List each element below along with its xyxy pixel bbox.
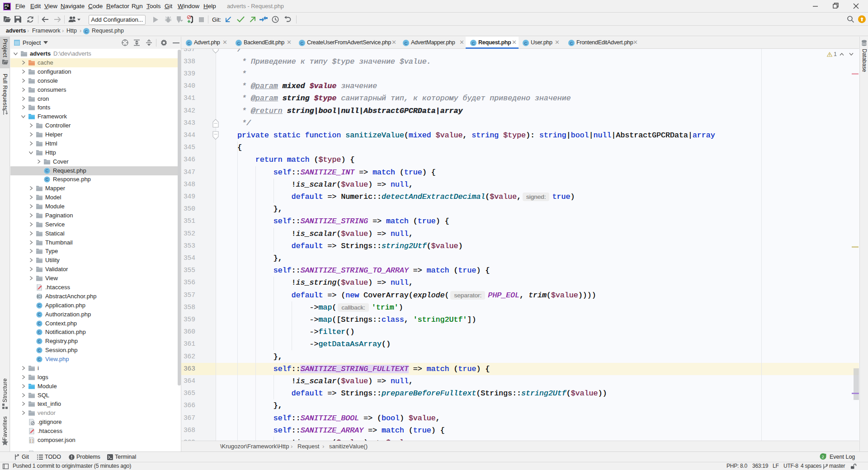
svg-text:C: C (38, 294, 41, 299)
svg-text:C: C (472, 41, 475, 46)
svg-text:C: C (85, 29, 88, 34)
svg-text:C: C (524, 41, 527, 46)
svg-text:C: C (38, 303, 41, 308)
svg-text:C: C (38, 321, 41, 326)
svg-text:C: C (38, 348, 41, 352)
svg-text:PS: PS (5, 4, 9, 8)
svg-text:C: C (38, 357, 41, 362)
svg-text:C: C (38, 312, 41, 317)
svg-text:C: C (300, 41, 303, 46)
svg-text:C: C (570, 41, 573, 46)
svg-text:C: C (404, 41, 407, 46)
svg-text:C: C (46, 169, 49, 173)
svg-text:C: C (38, 339, 41, 343)
svg-text:2: 2 (822, 454, 824, 459)
svg-text:C: C (187, 41, 190, 46)
svg-text:C: C (38, 330, 41, 335)
svg-text:{ }: { } (30, 438, 33, 443)
svg-text:C: C (237, 41, 240, 46)
svg-text:C: C (46, 178, 49, 182)
